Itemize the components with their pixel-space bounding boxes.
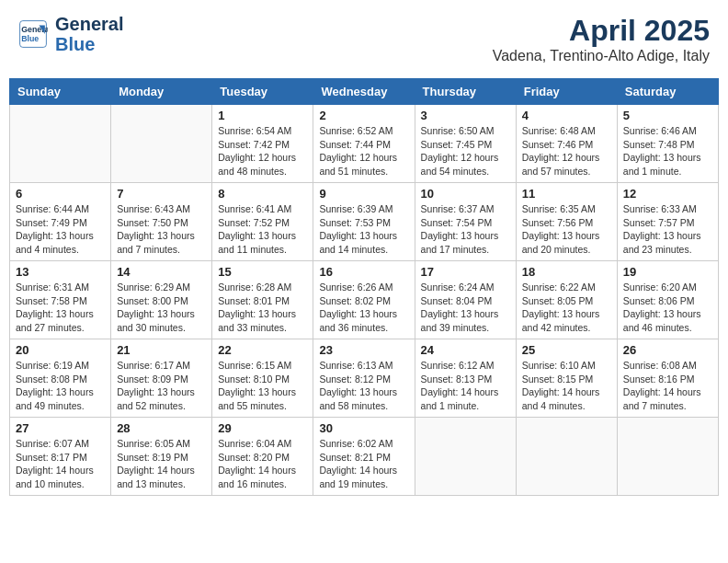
day-number: 8 [218, 187, 307, 201]
day-number: 18 [522, 265, 611, 279]
cell-details: Sunrise: 6:50 AMSunset: 7:45 PMDaylight:… [421, 124, 510, 178]
calendar-cell: 17Sunrise: 6:24 AMSunset: 8:04 PMDayligh… [415, 261, 516, 339]
day-number: 4 [522, 109, 611, 122]
calendar-cell: 11Sunrise: 6:35 AMSunset: 7:56 PMDayligh… [516, 183, 617, 261]
calendar-cell: 15Sunrise: 6:28 AMSunset: 8:01 PMDayligh… [212, 261, 313, 339]
day-of-week-header: Sunday [10, 79, 111, 105]
day-number: 9 [319, 187, 408, 201]
calendar-week-row: 20Sunrise: 6:19 AMSunset: 8:08 PMDayligh… [10, 339, 719, 418]
day-number: 23 [319, 343, 408, 357]
calendar-table: SundayMondayTuesdayWednesdayThursdayFrid… [9, 78, 719, 496]
day-number: 24 [421, 343, 510, 357]
day-number: 12 [623, 187, 712, 201]
day-number: 21 [117, 343, 206, 357]
cell-details: Sunrise: 6:26 AMSunset: 8:02 PMDaylight:… [319, 281, 408, 335]
calendar-week-row: 27Sunrise: 6:07 AMSunset: 8:17 PMDayligh… [10, 418, 719, 496]
day-number: 13 [16, 265, 105, 279]
cell-details: Sunrise: 6:15 AMSunset: 8:10 PMDaylight:… [218, 359, 307, 413]
day-number: 29 [218, 421, 307, 435]
day-of-week-header: Saturday [617, 79, 718, 105]
calendar-cell: 27Sunrise: 6:07 AMSunset: 8:17 PMDayligh… [10, 418, 111, 496]
day-number: 14 [117, 265, 206, 279]
page-subtitle: Vadena, Trentino-Alto Adige, Italy [493, 48, 710, 64]
calendar-cell: 19Sunrise: 6:20 AMSunset: 8:06 PMDayligh… [617, 261, 718, 339]
calendar-cell: 25Sunrise: 6:10 AMSunset: 8:15 PMDayligh… [516, 339, 617, 418]
day-number: 5 [623, 109, 712, 122]
day-number: 11 [522, 187, 611, 201]
cell-details: Sunrise: 6:29 AMSunset: 8:00 PMDaylight:… [117, 281, 206, 335]
day-number: 19 [623, 265, 712, 279]
calendar-week-row: 13Sunrise: 6:31 AMSunset: 7:58 PMDayligh… [10, 261, 719, 339]
day-number: 1 [218, 109, 307, 122]
calendar-cell: 29Sunrise: 6:04 AMSunset: 8:20 PMDayligh… [212, 418, 313, 496]
calendar-cell: 28Sunrise: 6:05 AMSunset: 8:19 PMDayligh… [111, 418, 212, 496]
day-number: 30 [319, 421, 408, 435]
calendar-cell [111, 105, 212, 183]
cell-details: Sunrise: 6:41 AMSunset: 7:52 PMDaylight:… [218, 202, 307, 257]
page-header: General Blue General Blue April 2025 Vad… [9, 9, 719, 69]
day-number: 20 [16, 343, 105, 357]
day-number: 3 [421, 109, 510, 122]
cell-details: Sunrise: 6:10 AMSunset: 8:15 PMDaylight:… [522, 359, 611, 413]
cell-details: Sunrise: 6:12 AMSunset: 8:13 PMDaylight:… [421, 359, 510, 413]
day-number: 27 [16, 421, 105, 435]
calendar-cell: 14Sunrise: 6:29 AMSunset: 8:00 PMDayligh… [111, 261, 212, 339]
calendar-cell: 9Sunrise: 6:39 AMSunset: 7:53 PMDaylight… [313, 183, 415, 261]
calendar-cell [516, 418, 617, 496]
day-number: 2 [319, 109, 408, 122]
calendar-cell: 26Sunrise: 6:08 AMSunset: 8:16 PMDayligh… [617, 339, 718, 418]
calendar-cell: 21Sunrise: 6:17 AMSunset: 8:09 PMDayligh… [111, 339, 212, 418]
day-of-week-header: Friday [516, 79, 617, 105]
calendar-cell: 6Sunrise: 6:44 AMSunset: 7:49 PMDaylight… [10, 183, 111, 261]
cell-details: Sunrise: 6:52 AMSunset: 7:44 PMDaylight:… [319, 124, 408, 178]
cell-details: Sunrise: 6:24 AMSunset: 8:04 PMDaylight:… [421, 281, 510, 335]
calendar-cell: 7Sunrise: 6:43 AMSunset: 7:50 PMDaylight… [111, 183, 212, 261]
cell-details: Sunrise: 6:04 AMSunset: 8:20 PMDaylight:… [218, 437, 307, 491]
day-of-week-header: Monday [111, 79, 212, 105]
day-number: 25 [522, 343, 611, 357]
calendar-cell: 8Sunrise: 6:41 AMSunset: 7:52 PMDaylight… [212, 183, 313, 261]
day-of-week-header: Thursday [415, 79, 516, 105]
day-number: 7 [117, 187, 206, 201]
cell-details: Sunrise: 6:20 AMSunset: 8:06 PMDaylight:… [623, 281, 712, 335]
cell-details: Sunrise: 6:02 AMSunset: 8:21 PMDaylight:… [319, 437, 408, 491]
day-number: 16 [319, 265, 408, 279]
logo: General Blue General Blue [18, 14, 123, 54]
day-of-week-header: Tuesday [212, 79, 313, 105]
calendar-week-row: 1Sunrise: 6:54 AMSunset: 7:42 PMDaylight… [10, 105, 719, 183]
calendar-cell [617, 418, 718, 496]
logo-text-blue: Blue [55, 34, 123, 54]
cell-details: Sunrise: 6:05 AMSunset: 8:19 PMDaylight:… [117, 437, 206, 491]
day-number: 10 [421, 187, 510, 201]
cell-details: Sunrise: 6:08 AMSunset: 8:16 PMDaylight:… [623, 359, 712, 413]
calendar-cell: 30Sunrise: 6:02 AMSunset: 8:21 PMDayligh… [313, 418, 415, 496]
calendar-cell: 2Sunrise: 6:52 AMSunset: 7:44 PMDaylight… [313, 105, 415, 183]
day-number: 26 [623, 343, 712, 357]
calendar-cell: 16Sunrise: 6:26 AMSunset: 8:02 PMDayligh… [313, 261, 415, 339]
cell-details: Sunrise: 6:22 AMSunset: 8:05 PMDaylight:… [522, 281, 611, 335]
cell-details: Sunrise: 6:07 AMSunset: 8:17 PMDaylight:… [16, 437, 105, 491]
calendar-cell: 20Sunrise: 6:19 AMSunset: 8:08 PMDayligh… [10, 339, 111, 418]
page-title: April 2025 [493, 14, 710, 48]
day-number: 15 [218, 265, 307, 279]
cell-details: Sunrise: 6:54 AMSunset: 7:42 PMDaylight:… [218, 124, 307, 178]
calendar-cell: 24Sunrise: 6:12 AMSunset: 8:13 PMDayligh… [415, 339, 516, 418]
calendar-cell: 1Sunrise: 6:54 AMSunset: 7:42 PMDaylight… [212, 105, 313, 183]
cell-details: Sunrise: 6:19 AMSunset: 8:08 PMDaylight:… [16, 359, 105, 413]
calendar-cell: 10Sunrise: 6:37 AMSunset: 7:54 PMDayligh… [415, 183, 516, 261]
day-of-week-header: Wednesday [313, 79, 415, 105]
cell-details: Sunrise: 6:17 AMSunset: 8:09 PMDaylight:… [117, 359, 206, 413]
calendar-cell: 22Sunrise: 6:15 AMSunset: 8:10 PMDayligh… [212, 339, 313, 418]
day-number: 17 [421, 265, 510, 279]
logo-text-general: General [55, 14, 123, 34]
calendar-cell: 12Sunrise: 6:33 AMSunset: 7:57 PMDayligh… [617, 183, 718, 261]
svg-text:Blue: Blue [21, 34, 39, 43]
calendar-cell: 4Sunrise: 6:48 AMSunset: 7:46 PMDaylight… [516, 105, 617, 183]
day-number: 22 [218, 343, 307, 357]
cell-details: Sunrise: 6:28 AMSunset: 8:01 PMDaylight:… [218, 281, 307, 335]
calendar-header-row: SundayMondayTuesdayWednesdayThursdayFrid… [10, 79, 719, 105]
cell-details: Sunrise: 6:33 AMSunset: 7:57 PMDaylight:… [623, 202, 712, 257]
calendar-cell: 23Sunrise: 6:13 AMSunset: 8:12 PMDayligh… [313, 339, 415, 418]
calendar-cell: 5Sunrise: 6:46 AMSunset: 7:48 PMDaylight… [617, 105, 718, 183]
cell-details: Sunrise: 6:39 AMSunset: 7:53 PMDaylight:… [319, 202, 408, 257]
